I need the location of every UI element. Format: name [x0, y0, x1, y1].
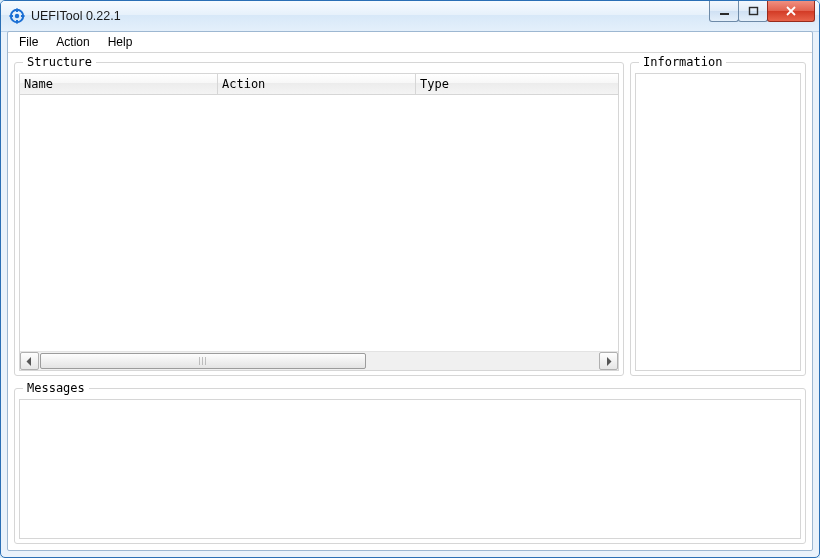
- svg-rect-6: [720, 13, 729, 15]
- chevron-right-icon: [605, 357, 612, 366]
- scroll-track[interactable]: [40, 353, 598, 369]
- menu-file[interactable]: File: [10, 32, 47, 52]
- titlebar[interactable]: UEFITool 0.22.1: [1, 1, 819, 32]
- structure-horizontal-scrollbar[interactable]: [20, 351, 618, 370]
- information-panel-title: Information: [639, 55, 726, 69]
- window-controls: [710, 1, 815, 22]
- structure-panel-title: Structure: [23, 55, 96, 69]
- maximize-button[interactable]: [738, 1, 768, 22]
- client-area: File Action Help Structure Name Action T…: [7, 31, 813, 551]
- minimize-button[interactable]: [709, 1, 739, 22]
- menu-help[interactable]: Help: [99, 32, 142, 52]
- information-content[interactable]: [635, 73, 801, 371]
- app-window: UEFITool 0.22.1 File Action Help: [0, 0, 820, 558]
- scroll-grip-icon: [198, 357, 207, 365]
- column-header-type[interactable]: Type: [416, 74, 618, 94]
- chevron-left-icon: [26, 357, 33, 366]
- messages-content[interactable]: [19, 399, 801, 539]
- svg-marker-10: [27, 357, 32, 366]
- minimize-icon: [719, 6, 730, 17]
- svg-rect-7: [749, 7, 757, 14]
- information-panel: Information: [630, 62, 806, 376]
- svg-point-5: [15, 14, 19, 18]
- svg-rect-4: [21, 15, 25, 17]
- structure-panel: Structure Name Action Type: [14, 62, 624, 376]
- maximize-icon: [748, 6, 759, 17]
- scroll-left-button[interactable]: [20, 352, 39, 370]
- messages-panel: Messages: [14, 388, 806, 544]
- messages-panel-title: Messages: [23, 381, 89, 395]
- window-title: UEFITool 0.22.1: [31, 9, 121, 23]
- column-header-action[interactable]: Action: [218, 74, 416, 94]
- column-header-name[interactable]: Name: [20, 74, 218, 94]
- app-icon: [9, 8, 25, 24]
- structure-tree-body[interactable]: [20, 95, 618, 351]
- svg-rect-3: [10, 15, 14, 17]
- structure-column-headers: Name Action Type: [20, 74, 618, 95]
- close-icon: [785, 5, 797, 17]
- structure-tree[interactable]: Name Action Type: [19, 73, 619, 371]
- menu-action[interactable]: Action: [47, 32, 98, 52]
- scroll-thumb[interactable]: [40, 353, 366, 369]
- main-body: Structure Name Action Type: [8, 52, 812, 550]
- menubar: File Action Help: [8, 32, 812, 53]
- scroll-right-button[interactable]: [599, 352, 618, 370]
- svg-rect-2: [16, 20, 18, 24]
- close-button[interactable]: [767, 1, 815, 22]
- svg-marker-11: [607, 357, 612, 366]
- svg-rect-1: [16, 9, 18, 13]
